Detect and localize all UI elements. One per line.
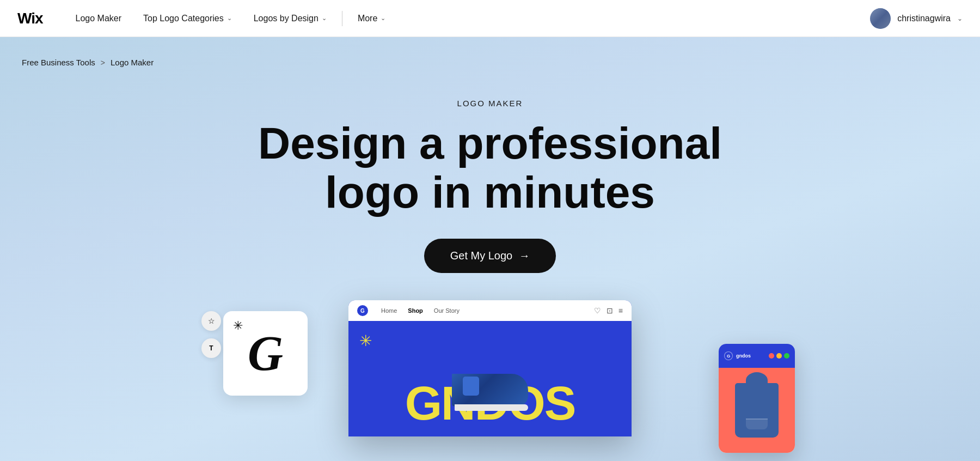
- chevron-down-icon: ⌄: [322, 15, 327, 22]
- bag-icon: ⊡: [607, 306, 613, 315]
- avatar[interactable]: [870, 8, 891, 29]
- avatar-image: [870, 8, 891, 29]
- browser-bar: G Home Shop Our Story ♡ ⊡ ≡: [348, 300, 632, 321]
- menu-icon: ≡: [618, 306, 623, 315]
- breadcrumb-separator: >: [101, 58, 105, 67]
- hero-preview: ☆ T ✳ G G Home Shop Our Story ♡: [0, 300, 980, 453]
- browser-logo: G: [357, 305, 368, 316]
- shoe-sole: [455, 404, 528, 411]
- nav-top-categories[interactable]: Top Logo Categories ⌄: [132, 9, 243, 28]
- breadcrumb-logo-maker: Logo Maker: [111, 58, 154, 67]
- navbar: Wix Logo Maker Top Logo Categories ⌄ Log…: [0, 0, 980, 37]
- close-dot: [769, 353, 774, 359]
- hero-label: LOGO MAKER: [457, 99, 523, 108]
- text-icon: T: [209, 344, 213, 352]
- browser-nav-shop: Shop: [408, 307, 423, 314]
- sun-icon: ✳: [359, 332, 372, 350]
- mobile-header: G gndos: [719, 344, 795, 368]
- logo-letter: G: [248, 329, 283, 378]
- browser-icons: ♡ ⊡ ≡: [594, 306, 623, 315]
- text-tool-button[interactable]: T: [201, 338, 221, 358]
- shoe-shape: [452, 374, 528, 407]
- nav-right: christinagwira ⌄: [870, 8, 963, 29]
- hoodie-pocket: [746, 418, 768, 429]
- user-chevron-icon[interactable]: ⌄: [957, 15, 963, 22]
- hoodie-body: [735, 383, 779, 438]
- maximize-dot: [784, 353, 789, 359]
- heart-icon: ♡: [594, 306, 601, 315]
- hero-title: Design a professional logo in minutes: [258, 119, 722, 217]
- nav-more[interactable]: More ⌄: [347, 9, 396, 28]
- mobile-mockup: G gndos: [719, 344, 795, 453]
- mobile-brand-name: gndos: [736, 353, 751, 359]
- hoodie-display: [732, 380, 781, 440]
- shoe-tongue: [463, 377, 479, 396]
- breadcrumb: Free Business Tools > Logo Maker: [0, 48, 175, 77]
- mobile-logo: G: [724, 351, 733, 360]
- star-icon: ☆: [208, 317, 215, 325]
- shoe-display: [452, 374, 528, 412]
- wix-logo[interactable]: Wix: [17, 10, 43, 27]
- browser-mockup: G Home Shop Our Story ♡ ⊡ ≡ ✳ GNDOS: [348, 300, 632, 436]
- chevron-down-icon: ⌄: [381, 15, 385, 22]
- mobile-content: [719, 368, 795, 453]
- asterisk-icon: ✳: [233, 319, 243, 333]
- breadcrumb-free-tools[interactable]: Free Business Tools: [22, 58, 95, 67]
- browser-nav: Home Shop Our Story: [381, 307, 460, 314]
- browser-content: ✳ GNDOS: [348, 321, 632, 436]
- cta-arrow-icon: →: [519, 250, 530, 262]
- nav-divider: [342, 11, 342, 26]
- star-tool-button[interactable]: ☆: [201, 311, 221, 331]
- browser-nav-our-story: Our Story: [434, 307, 460, 314]
- nav-logo-maker[interactable]: Logo Maker: [65, 9, 133, 28]
- chevron-down-icon: ⌄: [227, 15, 232, 22]
- nav-links: Logo Maker Top Logo Categories ⌄ Logos b…: [65, 9, 871, 28]
- username[interactable]: christinagwira: [897, 14, 951, 23]
- logo-card: ✳ G: [223, 311, 308, 396]
- minimize-dot: [776, 353, 782, 359]
- nav-logos-by-design[interactable]: Logos by Design ⌄: [243, 9, 338, 28]
- hero-section: Free Business Tools > Logo Maker LOGO MA…: [0, 37, 980, 461]
- browser-nav-home: Home: [381, 307, 397, 314]
- cta-label: Get My Logo: [450, 250, 513, 262]
- get-my-logo-button[interactable]: Get My Logo →: [424, 239, 556, 273]
- mobile-window-controls: [769, 353, 789, 359]
